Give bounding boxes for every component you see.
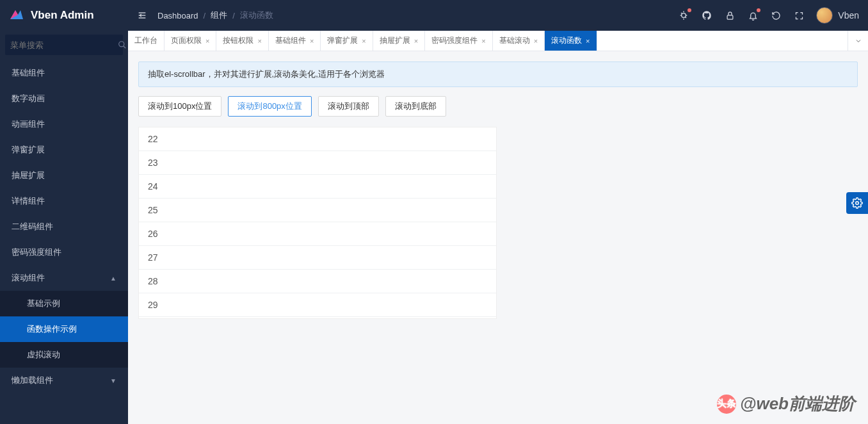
tab[interactable]: 弹窗扩展× [321,31,373,51]
header: Dashboard / 组件 / 滚动函数 [128,0,868,31]
notification-dot [757,8,760,12]
refresh-icon[interactable] [770,10,782,21]
close-icon[interactable]: × [534,37,538,45]
logo-icon [8,6,26,24]
breadcrumb-sep: / [204,11,206,20]
chevron-down-icon: ▼ [110,377,117,384]
list-item: 26 [139,222,496,246]
breadcrumb-item: 滚动函数 [240,10,273,21]
breadcrumb: Dashboard / 组件 / 滚动函数 [157,10,273,21]
scroll-to-top-button[interactable]: 滚动到顶部 [318,96,379,117]
bell-icon[interactable] [747,10,759,21]
user-menu[interactable]: Vben [816,7,859,24]
sidebar-menu: 基础组件 数字动画 动画组件 弹窗扩展 抽屉扩展 详情组件 二维码组件 密码强度… [0,60,128,424]
scroll-container[interactable]: 22 23 24 25 26 27 28 29 [139,127,496,318]
list-item: 25 [139,199,496,222]
button-row: 滚动到100px位置 滚动到800px位置 滚动到顶部 滚动到底部 [138,96,858,117]
watermark-text: @web前端进阶 [740,393,855,415]
sidebar-toggle-icon[interactable] [137,10,147,20]
list-item: 23 [139,151,496,175]
tabs-list: 工作台 页面权限× 按钮权限× 基础组件× 弹窗扩展× 抽屉扩展× 密码强度组件… [128,31,848,51]
tab[interactable]: 密码强度组件× [425,31,492,51]
header-actions: Vben [678,7,859,24]
svg-line-11 [686,17,686,18]
list-item: 28 [139,270,496,293]
list-item: 29 [139,293,496,317]
info-alert: 抽取el-scrollbar，并对其进行扩展,滚动条美化,适用于各个浏览器 [138,61,858,87]
tab[interactable]: 页面权限× [165,31,216,51]
tab[interactable]: 按钮权限× [216,31,268,51]
chevron-up-icon: ▲ [110,275,117,282]
close-icon[interactable]: × [481,37,485,45]
tab[interactable]: 基础组件× [269,31,321,51]
username: Vben [838,10,859,20]
sidebar-subitem[interactable]: 基础示例 [0,291,128,316]
sidebar-item[interactable]: 二维码组件 [0,214,128,240]
scroll-to-100-button[interactable]: 滚动到100px位置 [138,96,221,117]
sidebar-item[interactable]: 弹窗扩展 [0,137,128,163]
tab[interactable]: 基础滚动× [493,31,545,51]
tabs-bar: 工作台 页面权限× 按钮权限× 基础组件× 弹窗扩展× 抽屉扩展× 密码强度组件… [128,31,868,51]
lock-icon[interactable] [724,10,735,21]
tab[interactable]: 滚动函数× [545,31,597,51]
github-icon[interactable] [701,10,712,21]
sidebar-item-scroll[interactable]: 滚动组件 ▲ [0,265,128,291]
scroll-panel: 22 23 24 25 26 27 28 29 [138,127,497,319]
menu-search-input[interactable] [10,40,118,50]
sidebar-item[interactable]: 动画组件 [0,111,128,137]
close-icon[interactable]: × [310,37,314,45]
sidebar-item[interactable]: 抽屉扩展 [0,163,128,188]
svg-point-0 [119,42,124,47]
menu-search[interactable] [5,35,123,55]
tabs-dropdown-icon[interactable] [848,31,868,51]
sidebar-item[interactable]: 详情组件 [0,188,128,214]
notification-dot [687,8,691,12]
avatar [816,7,833,24]
gear-icon [851,197,863,209]
list-item: 24 [139,175,496,199]
svg-line-10 [681,13,682,13]
app-name: Vben Admin [31,9,94,22]
sidebar-item[interactable]: 密码强度组件 [0,240,128,265]
fullscreen-icon[interactable] [793,10,805,21]
svg-point-13 [856,202,859,205]
sidebar-item[interactable]: 数字动画 [0,86,128,111]
list-item: 22 [139,127,496,151]
breadcrumb-sep: / [232,11,235,20]
bug-icon[interactable] [678,10,689,21]
scroll-to-800-button[interactable]: 滚动到800px位置 [228,96,311,117]
sidebar-item-lazy[interactable]: 懒加载组件 ▼ [0,368,128,393]
close-icon[interactable]: × [362,37,366,45]
page-content: 抽取el-scrollbar，并对其进行扩展,滚动条美化,适用于各个浏览器 滚动… [128,51,868,424]
list-item: 27 [139,246,496,270]
breadcrumb-item[interactable]: 组件 [211,10,227,21]
tab[interactable]: 工作台 [128,31,165,51]
close-icon[interactable]: × [586,37,590,45]
tab[interactable]: 抽屉扩展× [373,31,425,51]
svg-point-5 [682,13,686,18]
main-area: Dashboard / 组件 / 滚动函数 [128,0,868,424]
scroll-to-bottom-button[interactable]: 滚动到底部 [385,96,446,117]
search-icon [118,40,127,49]
svg-line-1 [124,46,126,49]
sidebar-subitem[interactable]: 函数操作示例 [0,316,128,342]
logo-area[interactable]: Vben Admin [0,0,128,31]
watermark: 头条 @web前端进阶 [717,393,855,415]
watermark-badge: 头条 [717,395,736,414]
breadcrumb-item[interactable]: Dashboard [157,11,198,20]
settings-fab[interactable] [846,192,868,214]
svg-rect-12 [727,15,733,19]
sidebar-subitem[interactable]: 虚拟滚动 [0,342,128,368]
sidebar-item[interactable]: 基础组件 [0,60,128,86]
close-icon[interactable]: × [414,37,418,45]
close-icon[interactable]: × [205,37,209,45]
close-icon[interactable]: × [257,37,261,45]
sidebar: Vben Admin 基础组件 数字动画 动画组件 弹窗扩展 抽屉扩展 详情组件… [0,0,128,424]
